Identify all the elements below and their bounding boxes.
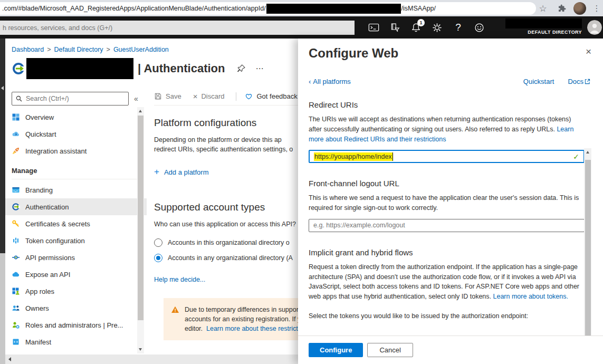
more-options-icon[interactable]: ⋯	[255, 64, 264, 73]
sidebar-item-label: API permissions	[25, 254, 75, 262]
back-chevron-icon: ‹	[309, 78, 311, 85]
scroll-left-arrow-icon[interactable]	[8, 357, 11, 361]
cancel-button[interactable]: Cancel	[367, 343, 413, 357]
all-platforms-back-link[interactable]: ‹All platforms	[309, 78, 351, 85]
notifications-bell-icon[interactable]: 1	[410, 22, 422, 34]
redirect-uri-input[interactable]: https://youapp/home/index ✓	[309, 150, 585, 163]
discard-button[interactable]: × Discard	[193, 92, 225, 100]
sidebar-scrollbar[interactable]	[137, 107, 144, 353]
radio-circle-unselected[interactable]	[154, 238, 162, 247]
grid-person-icon	[12, 287, 20, 295]
panel-close-icon[interactable]: ×	[586, 46, 591, 58]
help-me-decide-link[interactable]: Help me decide...	[154, 276, 298, 283]
help-icon[interactable]: ?	[452, 22, 464, 34]
sidebar-item-overview[interactable]: Overview	[5, 109, 147, 126]
sidebar-item-roles-and-administrators-pre[interactable]: Roles and administrators | Pre...	[5, 317, 147, 333]
app-registration-icon	[12, 62, 25, 75]
people-icon	[12, 304, 20, 312]
browser-menu-icon[interactable]: ⋮	[590, 2, 603, 15]
authentication-blade: Dashboard>Default Directory>GuestUserAdd…	[5, 39, 298, 364]
sidebar-manage-group-label: Manage	[5, 159, 147, 179]
quickstart-link[interactable]: Quickstart	[523, 78, 554, 85]
extensions-puzzle-icon[interactable]	[555, 2, 569, 15]
feedback-smiley-icon[interactable]	[473, 22, 485, 34]
warning-triangle-icon	[171, 305, 179, 314]
sidebar-item-quickstart[interactable]: Quickstart	[5, 126, 147, 142]
sidebar-item-expose-an-api[interactable]: Expose an API	[5, 266, 147, 283]
notification-badge: 1	[417, 19, 425, 26]
url-text-suffix: /isMSAApp/	[401, 5, 436, 12]
toolbar-separator	[236, 92, 236, 101]
sidebar-item-manifest[interactable]: Manifest	[5, 333, 147, 350]
sidebar-item-label: Certificates & secrets	[25, 220, 90, 228]
settings-gear-icon[interactable]	[431, 22, 443, 34]
cloud-shell-icon[interactable]	[368, 22, 380, 34]
docs-link[interactable]: Docs	[568, 78, 590, 85]
radio-circle-selected[interactable]	[154, 254, 162, 262]
left-collapse-arrow-icon[interactable]	[1, 86, 4, 90]
logout-url-heading: Front-channel logout URL	[309, 179, 580, 188]
sidebar-search-box[interactable]	[12, 92, 129, 106]
cloud-flash-icon	[12, 130, 20, 138]
sidebar-item-integration-assistant[interactable]: Integration assistant	[5, 142, 147, 159]
portal-search-input[interactable]	[0, 21, 355, 35]
browser-chrome: .com/#blade/Microsoft_AAD_RegisteredApps…	[0, 0, 603, 16]
browser-profile-avatar[interactable]	[573, 2, 587, 15]
directory-filter-icon[interactable]	[389, 22, 401, 34]
plus-icon: +	[154, 167, 159, 177]
doc-icon	[12, 338, 20, 346]
search-icon	[15, 95, 23, 102]
add-platform-button[interactable]: + Add a platform	[154, 167, 298, 177]
app-name-redaction	[26, 58, 133, 79]
sidebar-collapse-icon[interactable]: «	[134, 94, 138, 103]
configure-button[interactable]: Configure	[309, 343, 363, 357]
warning-line3: editor. Learn more about these restricti…	[185, 324, 298, 333]
key-icon	[12, 219, 20, 228]
portal-avatar[interactable]	[587, 20, 602, 35]
sidebar-item-label: Manifest	[25, 338, 51, 346]
radio-single-tenant[interactable]: Accounts in this organizational director…	[154, 238, 298, 247]
breadcrumb-dashboard[interactable]: Dashboard	[12, 46, 44, 53]
radio-multitenant[interactable]: Accounts in any organizational directory…	[154, 254, 298, 262]
sidebar-item-branding[interactable]: Branding	[5, 181, 147, 198]
implicit-grant-heading: Implicit grant and hybrid flows	[309, 248, 580, 257]
horizontal-scrollbar[interactable]	[5, 355, 298, 364]
bookmark-star-icon[interactable]: ☆	[536, 2, 550, 15]
address-bar[interactable]: .com/#blade/Microsoft_AAD_RegisteredApps…	[0, 2, 536, 15]
sidebar-item-owners[interactable]: Owners	[5, 300, 147, 317]
sidebar-item-label: Integration assistant	[25, 147, 87, 155]
discard-x-icon: ×	[193, 92, 198, 100]
window-icon	[12, 186, 20, 194]
sidebar-item-label: Quickstart	[25, 130, 56, 138]
tokens-learn-more-link[interactable]: Learn more about tokens.	[493, 293, 568, 300]
sidebar-item-api-permissions[interactable]: API permissions	[5, 249, 147, 266]
sidebar-search-input[interactable]	[26, 95, 125, 102]
auth-icon	[12, 203, 20, 211]
save-button[interactable]: Save	[154, 92, 181, 100]
breadcrumb-app[interactable]: GuestUserAddition	[113, 46, 169, 53]
pin-icon[interactable]	[236, 64, 246, 73]
sidebar-item-token-configuration[interactable]: Token configuration	[5, 232, 147, 249]
api-icon	[12, 253, 20, 262]
warning-line2: accounts for an existing registration. I…	[185, 314, 298, 324]
logout-url-input[interactable]	[309, 219, 585, 232]
sidebar-item-certificates-secrets[interactable]: Certificates & secrets	[5, 215, 147, 232]
sidebar-item-label: Branding	[25, 186, 53, 194]
panel-scrollbar[interactable]	[584, 148, 591, 336]
page-header: | Authentication ⋯	[12, 58, 298, 80]
sidebar-item-label: Owners	[25, 304, 49, 312]
platform-configurations-heading: Platform configurations	[154, 117, 298, 129]
redirect-uris-heading: Redirect URIs	[309, 100, 580, 109]
blade-sidebar: « OverviewQuickstartIntegration assistan…	[5, 87, 147, 355]
sidebar-item-app-roles[interactable]: App roles	[5, 283, 147, 300]
got-feedback-button[interactable]: Got feedback	[245, 92, 297, 100]
page-title: | Authentication	[138, 62, 225, 75]
select-tokens-line: Select the tokens you would like to be i…	[309, 311, 583, 321]
accounts-question: Who can use this application or access t…	[154, 221, 298, 228]
platform-description-line2: redirect URIs, specific authentication s…	[154, 146, 298, 153]
heart-icon	[245, 92, 253, 100]
breadcrumb-directory[interactable]: Default Directory	[54, 46, 103, 53]
url-redaction	[266, 4, 401, 14]
restrictions-learn-more-link[interactable]: Learn more about these restrictions.	[206, 325, 298, 332]
sidebar-item-authentication[interactable]: Authentication	[5, 198, 147, 215]
